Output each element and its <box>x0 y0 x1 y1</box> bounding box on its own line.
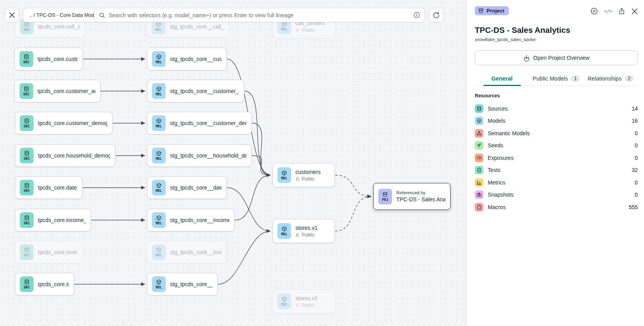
lineage-node-prj_sales_analytics[interactable]: PRJReferenced byTPC-DS - Sales Analytics <box>373 183 451 210</box>
lineage-node-pub_stores_v2[interactable]: MDLstores.v2Public <box>272 289 335 313</box>
open-project-overview-label: Open Project Overview <box>533 55 590 61</box>
lineage-node-src_inventory[interactable]: SRCtpcds_core.inventory <box>15 241 82 263</box>
node-label: tpcds_core.customer_address <box>38 88 95 94</box>
model-cube-icon <box>156 21 161 27</box>
lineage-node-mdl_household_demographics[interactable]: MDLstg_tpcds_core__household_demogr… <box>147 144 252 167</box>
resource-row-exposures: Exposures0 <box>475 152 638 164</box>
overview-icon <box>523 55 530 61</box>
src-badge: SRC <box>20 51 33 67</box>
share-button[interactable] <box>618 7 625 15</box>
project-subtitle: snowflake_tpcds_sales_spoke <box>475 37 638 42</box>
resource-count: 0 <box>635 192 638 198</box>
lineage-node-src_income_band[interactable]: SRCtpcds_core.income_band <box>15 209 91 231</box>
lineage-node-mdl_date_dim[interactable]: MDLstg_tpcds_core__date_dim <box>147 176 227 199</box>
lineage-node-mdl_customer_demographics[interactable]: MDLstg_tpcds_core__customer_demogra… <box>147 112 252 134</box>
mdl-badge: MDL <box>152 83 166 99</box>
barchart-icon <box>475 178 483 187</box>
lineage-node-mdl_customer_address[interactable]: MDLstg_tpcds_core__customer_address <box>147 80 244 102</box>
project-type-label: Project <box>487 8 504 14</box>
file-icon <box>475 203 483 211</box>
lineage-node-src_store[interactable]: SRCtpcds_core.store <box>15 273 74 296</box>
resource-row-semantic-models: Semantic Models0 <box>475 127 638 140</box>
seed-icon <box>475 141 483 150</box>
close-lineage-button[interactable] <box>5 8 19 22</box>
resource-count: 14 <box>631 106 638 112</box>
resource-label: Sources <box>488 106 627 112</box>
lineage-search <box>94 8 425 22</box>
src-badge: SRC <box>20 244 34 260</box>
tab-relationships[interactable]: Relationships2 <box>583 73 638 86</box>
refresh-lineage-button[interactable] <box>429 8 444 22</box>
mdl-badge: MDL <box>152 276 166 292</box>
node-label: stg_tpcds_core__household_demogr… <box>170 152 247 159</box>
src-badge: SRC <box>20 83 33 99</box>
tab-public-models[interactable]: Public Models1 <box>529 73 583 86</box>
resource-label: Exposures <box>488 155 630 161</box>
lineage-node-mdl_customer[interactable]: MDLstg_tpcds_core__customer <box>147 48 227 70</box>
lineage-node-src_customer[interactable]: SRCtpcds_core.customer <box>14 48 83 70</box>
lineage-node-src_customer_demographics[interactable]: SRCtpcds_core.customer_demographics <box>15 112 113 134</box>
model-cube-icon <box>156 150 162 156</box>
model-cube-icon <box>156 118 162 124</box>
node-label: tpcds_core.customer_demographics <box>38 120 107 126</box>
close-panel-button[interactable] <box>631 8 638 14</box>
lineage-node-pub_customers[interactable]: MDLcustomersPublic <box>272 163 335 187</box>
lineage-node-mdl_inventory[interactable]: MDLstg_tpcds_core__inventory <box>147 241 227 263</box>
resource-label: Metrics <box>488 179 630 186</box>
tab-general[interactable]: General <box>475 73 529 86</box>
database-icon <box>24 183 30 188</box>
close-icon <box>9 12 15 18</box>
model-cube-icon <box>281 170 287 176</box>
resource-count: 0 <box>635 179 638 186</box>
node-label: tpcds_core.inventory <box>38 249 77 255</box>
mdl-badge: MDL <box>277 294 291 309</box>
prj-badge: PRJ <box>378 189 392 204</box>
public-access-label: Public <box>295 27 325 33</box>
breadcrumb-label: .. / TPC-DS - Core Data Models <box>29 12 101 18</box>
explore-lineage-button[interactable] <box>590 7 598 15</box>
tab-label: Relationships <box>588 75 622 82</box>
search-input[interactable] <box>109 12 410 18</box>
database-icon <box>24 118 30 124</box>
node-label: stores.v2 <box>295 295 318 301</box>
referenced-by-label: Referenced by <box>396 190 445 195</box>
gauge-icon <box>475 154 483 162</box>
camera-icon <box>475 190 483 199</box>
database-icon <box>24 247 30 253</box>
info-icon[interactable] <box>413 12 420 18</box>
mdl-badge: MDL <box>152 51 166 67</box>
lineage-node-src_date_dim[interactable]: SRCtpcds_core.date_dim <box>15 176 82 199</box>
node-label: stg_tpcds_core__date_dim <box>170 184 222 191</box>
resource-count: 0 <box>635 155 638 161</box>
lineage-node-mdl_income_band[interactable]: MDLstg_tpcds_core__income_band <box>147 209 234 231</box>
resource-label: Semantic Models <box>488 130 630 136</box>
lineage-node-src_household_demographics[interactable]: SRCtpcds_core.household_demographics <box>15 144 115 167</box>
unlock-icon <box>295 233 300 237</box>
resource-row-metrics: Metrics0 <box>475 176 638 189</box>
lineage-canvas[interactable]: SRCtpcds_core.call_centerMDLstg_tpcds_co… <box>0 0 467 326</box>
database-icon <box>23 54 29 60</box>
node-label: stg_tpcds_core__income_band <box>170 217 229 223</box>
resource-count: 16 <box>631 118 638 124</box>
lineage-node-pub_stores_v1[interactable]: MDLstores.v1Public <box>272 219 335 243</box>
lineage-node-src_customer_address[interactable]: SRCtpcds_core.customer_address <box>14 80 100 102</box>
open-project-overview-button[interactable]: Open Project Overview <box>475 50 638 65</box>
mdl-badge: MDL <box>152 212 166 228</box>
view-code-button[interactable]: </> <box>604 8 612 14</box>
resource-count: 32 <box>631 167 638 173</box>
mdl-badge: MDL <box>277 223 291 239</box>
node-label: stg_tpcds_core__call_center <box>170 23 224 30</box>
resource-row-macros: Macros555 <box>475 201 638 213</box>
database-icon <box>23 86 29 92</box>
tab-count-badge: 1 <box>571 75 580 82</box>
resource-label: Seeds <box>488 142 630 149</box>
search-icon <box>99 12 105 18</box>
lineage-node-mdl_store[interactable]: MDLstg_tpcds_core__store <box>147 273 218 296</box>
node-label: tpcds_core.customer <box>38 56 78 62</box>
model-cube-icon <box>156 86 162 92</box>
database-icon <box>24 279 30 285</box>
tab-label: General <box>492 75 513 82</box>
node-label: tpcds_core.call_center <box>38 23 80 30</box>
mdl-badge: MDL <box>277 167 291 183</box>
resource-label: Models <box>488 118 627 124</box>
